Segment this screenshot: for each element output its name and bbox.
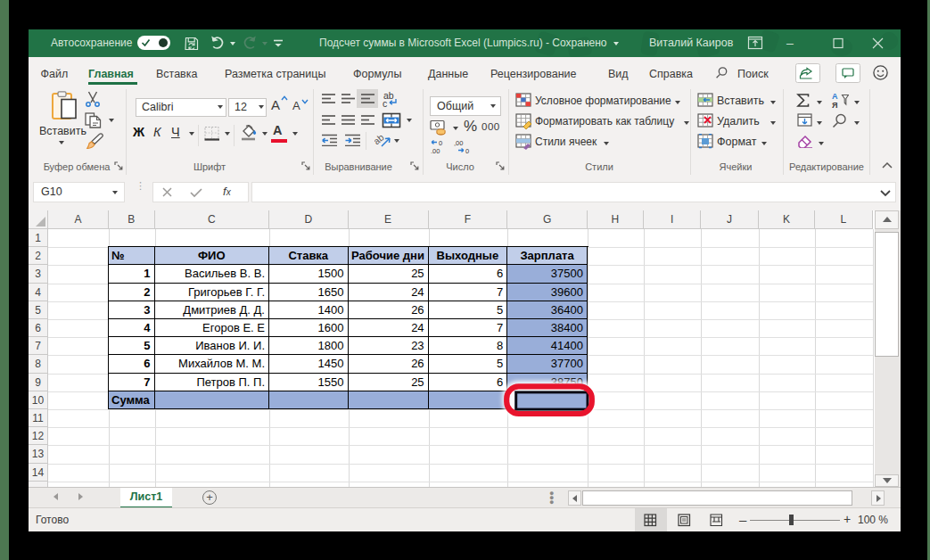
svg-text:Я: Я xyxy=(832,101,837,109)
svg-text:,00: ,00 xyxy=(431,147,440,154)
svg-text:,00: ,00 xyxy=(454,139,463,147)
svg-text:0: 0 xyxy=(465,147,469,154)
svg-text:c: c xyxy=(383,98,387,108)
svg-text:А: А xyxy=(832,92,838,101)
